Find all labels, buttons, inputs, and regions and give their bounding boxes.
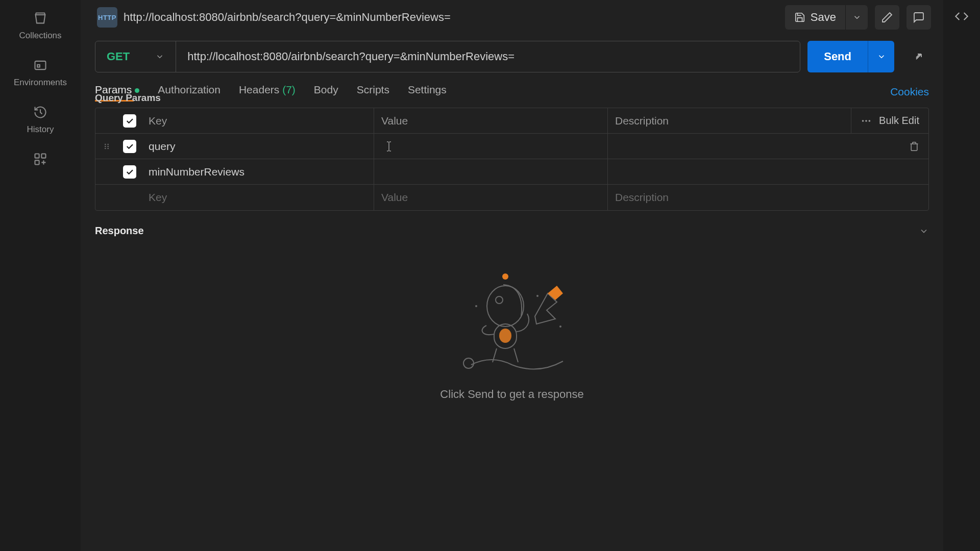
param-value-input[interactable] [374, 134, 608, 159]
left-sidebar: Collections Environments History [0, 0, 81, 551]
svg-rect-2 [35, 154, 39, 158]
param-description-input[interactable] [608, 159, 928, 184]
apps-add-icon [32, 151, 48, 167]
topbar-url: http://localhost:8080/airbnb/search?quer… [124, 11, 779, 24]
svg-point-12 [105, 147, 106, 149]
method-label: GET [107, 50, 130, 63]
svg-rect-1 [37, 65, 40, 67]
svg-point-21 [559, 325, 561, 328]
save-icon [794, 12, 805, 23]
collections-icon [32, 10, 48, 27]
text-cursor-icon [385, 141, 393, 152]
http-badge: HTTP [97, 7, 117, 28]
response-collapse[interactable] [919, 226, 929, 236]
request-bar: GET http://localhost:8080/airbnb/search?… [95, 41, 800, 72]
save-button-group: Save [785, 5, 868, 30]
right-rail [943, 0, 980, 551]
topbar: HTTP http://localhost:8080/airbnb/search… [81, 0, 943, 35]
param-value-placeholder[interactable]: Value [374, 185, 608, 210]
table-row: query [95, 134, 928, 159]
drag-handle[interactable] [95, 142, 118, 151]
edit-button[interactable] [875, 5, 899, 30]
row-checkbox[interactable] [123, 165, 136, 179]
table-row-new: Key Value Description [95, 185, 928, 210]
svg-point-20 [475, 305, 477, 307]
http-badge-label: HTTP [98, 14, 116, 21]
svg-point-18 [499, 329, 511, 343]
svg-point-9 [107, 143, 109, 145]
response-section: Response [81, 222, 943, 421]
svg-point-19 [463, 358, 474, 368]
delete-row-button[interactable] [900, 141, 928, 152]
more-options[interactable] [861, 115, 872, 127]
param-key-placeholder[interactable]: Key [141, 185, 374, 210]
sidebar-item-collections[interactable]: Collections [0, 4, 81, 51]
code-icon [954, 9, 969, 23]
sidebar-label: Environments [14, 78, 67, 88]
save-label: Save [811, 11, 836, 24]
send-button-group: Send [807, 41, 894, 72]
svg-point-10 [105, 145, 106, 147]
expand-icon [913, 51, 925, 63]
param-value-input[interactable] [374, 159, 608, 184]
send-button[interactable]: Send [807, 41, 868, 72]
row-checkbox[interactable] [123, 140, 136, 153]
svg-rect-0 [35, 61, 46, 69]
svg-rect-3 [35, 160, 39, 164]
astronaut-illustration [446, 270, 578, 372]
save-dropdown[interactable] [845, 5, 868, 30]
sidebar-item-history[interactable]: History [0, 98, 81, 145]
code-button[interactable] [949, 4, 974, 29]
table-row: minNumberReviews [95, 159, 928, 185]
sidebar-label: Collections [19, 31, 61, 41]
send-dropdown[interactable] [868, 41, 894, 72]
svg-point-15 [487, 286, 524, 327]
main-area: HTTP http://localhost:8080/airbnb/search… [81, 0, 943, 551]
column-header-key: Key [141, 108, 374, 133]
chevron-down-icon [155, 52, 164, 61]
svg-point-13 [107, 147, 109, 149]
svg-point-22 [536, 295, 538, 297]
param-key-input[interactable]: minNumberReviews [141, 159, 374, 184]
expand-button[interactable] [909, 46, 929, 67]
chevron-down-icon [877, 52, 886, 61]
query-params-title: Query Params [81, 90, 943, 108]
svg-point-11 [107, 145, 109, 147]
response-hint: Click Send to get a response [440, 388, 583, 401]
response-title: Response [95, 225, 144, 237]
sidebar-item-environments[interactable]: Environments [0, 51, 81, 98]
select-all-checkbox[interactable] [123, 114, 136, 128]
param-description-placeholder[interactable]: Description [608, 185, 928, 210]
svg-point-5 [862, 120, 864, 122]
svg-point-14 [502, 273, 508, 280]
svg-point-7 [869, 120, 871, 122]
param-description-input[interactable] [608, 134, 900, 159]
history-icon [32, 104, 48, 120]
pencil-icon [881, 11, 893, 23]
column-header-description: Description [608, 108, 851, 133]
environments-icon [32, 57, 48, 73]
query-params-table: Key Value Description Bulk Edit query [95, 108, 929, 211]
sidebar-item-add[interactable] [0, 145, 81, 178]
param-key-input[interactable]: query [141, 134, 374, 159]
topbar-actions: Save [785, 5, 931, 30]
table-header-row: Key Value Description Bulk Edit [95, 108, 928, 134]
svg-point-8 [105, 143, 106, 145]
svg-point-6 [865, 120, 867, 122]
bulk-edit-link[interactable]: Bulk Edit [879, 115, 919, 127]
svg-point-16 [496, 296, 503, 304]
column-header-value: Value [374, 108, 608, 133]
request-row: GET http://localhost:8080/airbnb/search?… [81, 35, 943, 79]
sidebar-label: History [27, 124, 54, 135]
chevron-down-icon [852, 13, 862, 22]
comment-button[interactable] [906, 5, 931, 30]
response-body: Click Send to get a response [81, 240, 943, 421]
svg-rect-4 [41, 154, 45, 158]
save-button[interactable]: Save [785, 5, 845, 30]
response-header: Response [81, 222, 943, 240]
method-select[interactable]: GET [95, 41, 176, 72]
url-input[interactable]: http://localhost:8080/airbnb/search?quer… [176, 41, 800, 72]
comment-icon [913, 11, 925, 23]
